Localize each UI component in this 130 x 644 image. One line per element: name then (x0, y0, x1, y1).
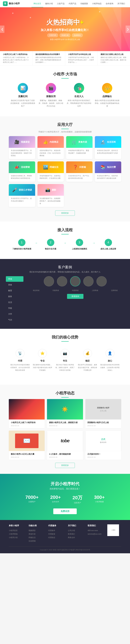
app-name: 问答箱 (79, 166, 86, 168)
nav-link[interactable]: 网站首页 (32, 0, 43, 7)
clients-sidebar-item[interactable]: 大学 (6, 311, 24, 317)
app-hall-desc: 手握百个小程序应用大厅，找寻你需要的，总能找到你的那张牌 (0, 130, 130, 133)
hero-content: 火热招商中+ 加入来客小程序享9亿自然流量红利！ 无需代码快速生成自由组合 新晋… (41, 18, 89, 41)
flow-step-title: 成功上线·上线运营 (95, 248, 121, 250)
footer-link[interactable]: 活动营销 (29, 539, 42, 543)
hero-tags: 无需代码快速生成自由组合 (41, 34, 89, 37)
hero-subtitle: 加入来客小程序享9亿自然流量红利！ (41, 28, 89, 32)
app-card-body: 本地美食外卖配送平台，覆盖周边餐厅，快速配送到家 (66, 148, 92, 156)
app-card[interactable]: 👍 内容商店 优质内容聚合平台，精选各类内容资源，打造一站式内容消费体验 (38, 136, 64, 159)
news-card-meta: 2019-02-16 (11, 425, 43, 426)
app-card[interactable]: 🎤 语音口才培训 专业的语言口才培训平台，提升表达和沟通能力 (9, 184, 35, 207)
app-card[interactable]: 📸 摄影 专业摄影服务平台，连接摄影师和客户，提供高品质拍摄服务 (38, 184, 64, 207)
news-section-title: 小程序动态 (0, 385, 130, 399)
advantages-grid: 📡 代理 我们为合作伙伴提供完整的代理体系，全方位支持代理商的业务发展 ⭐ 专业… (0, 343, 130, 378)
hero-arrow-right[interactable]: ❯ (125, 26, 130, 33)
app-card[interactable]: ❓ 问答箱 互动问答社区平台，用户可以提问和回答各类问题 (66, 162, 92, 182)
news-ticker-item: 最新行业口招聘上线正式上线最新行业口招聘上线正式上线，最新行业口招聘上线正式上线… (98, 51, 130, 66)
client-name: 特惠商城 (65, 289, 85, 292)
market-card-name: 流量红利 (10, 95, 35, 98)
app-card[interactable]: 📣 活动营销 全面的活动营销工具，帮助商家策划和执行各类营销活动 (9, 162, 35, 182)
app-card-body: 全面的活动营销工具，帮助商家策划和执行各类营销活动 (9, 173, 35, 182)
clients-sidebar-item[interactable]: 美食 (6, 282, 24, 288)
app-card[interactable]: 🎥 视频课堂 专业的在线视频教育平台，支持多种课程类型，智能学习管理系统 (9, 136, 35, 159)
clients-demo-btn[interactable]: 查看案例 (67, 294, 83, 299)
news-card[interactable]: ✉️ 微信小程序2.0正式上线大量 2019-02-16 (9, 430, 45, 460)
clients-sidebar-item[interactable]: 教育 (6, 288, 24, 294)
app-name: 同城生活 (50, 166, 58, 168)
news-card-title: 正式版本发布！ (87, 453, 119, 456)
app-icon: ❓ (73, 165, 78, 170)
app-card[interactable]: 📚 知识付费 专业知识付费平台，优质内容创作者和学习者的最佳选择 (95, 162, 121, 182)
advantage-item: 📷 专注 我们专注于微信小程序领域，深耕行业多年，积累了丰富的行业经验 (54, 346, 76, 374)
news-title-text: 小程序动态 (0, 390, 130, 396)
footer-link[interactable]: 视频课堂 (29, 529, 42, 532)
footer-link[interactable]: 代理政策 (48, 532, 62, 536)
app-desc: 全面的活动营销工具，帮助商家策划和执行各类营销活动 (11, 174, 33, 180)
clients-sidebar-item[interactable]: 生活 (6, 300, 24, 305)
nav-link[interactable]: 代理产品 (67, 0, 78, 7)
cta-stat: 7000+ 注册用户 (25, 494, 39, 504)
app-name: 美食外卖 (78, 141, 87, 144)
news-card[interactable]: 西部数码小程序正式上线 西部数码小程序·正式上线 2019-02-16 (85, 399, 121, 428)
market-card: 📊 流量红利 微信9亿月活跃用户提供了优质的流量来源，让您轻松获取精准客户 (9, 80, 37, 110)
footer-link[interactable]: 小程序商场 (9, 532, 23, 536)
news-card[interactable]: ☀️ 搜索小程序正式上线，搜索更方便 2019-02-16 (47, 399, 83, 428)
cta-stat-label: 活跃用户 (72, 502, 82, 504)
news-card-body: 2.1大版本，新功能超来袭 2019-02-16 (47, 451, 83, 460)
app-name: 摄影 (52, 188, 56, 191)
app-name: 内容商店 (50, 141, 58, 144)
market-card-icon: 📊 (18, 83, 28, 93)
ticker-title: 服务器招募渠道合作伙伴招募中 (35, 53, 62, 56)
footer-link[interactable]: 小程序介绍 (9, 536, 23, 539)
footer-link[interactable]: 代理条件 (48, 529, 62, 532)
nav-link[interactable]: 功能更新 (78, 0, 90, 7)
app-desc: 专业摄影服务平台，连接摄影师和客户，提供高品质拍摄服务 (40, 197, 62, 205)
news-ticker-item: 小程序开发平台年终总结上线小程序开发平台年终总结上线，小程序开发平台年终总结上线… (65, 51, 98, 66)
nav-link[interactable]: 小程序动态 (90, 0, 104, 7)
client-name: 上新商城 (85, 289, 105, 292)
client-avatar (96, 276, 107, 286)
news-card-title: 西部数码小程序·正式上线 (87, 421, 119, 424)
nav-link[interactable]: 服务介绍 (43, 0, 55, 7)
footer-link[interactable]: 同城生活 (29, 536, 42, 539)
footer-link[interactable]: 小程序首页 (9, 529, 23, 532)
app-icon: 📸 (45, 188, 50, 192)
app-desc: 专业的语言口才培训平台，提升表达和沟通能力 (11, 197, 33, 202)
nav-link[interactable]: 入驻产品 (55, 0, 67, 7)
app-card[interactable]: 🛒 美食外卖 本地美食外卖配送平台，覆盖周边餐厅，快速配送到家 (66, 136, 92, 159)
news-card[interactable]: tobe 2.1大版本，新功能超来袭 2019-02-16 (47, 430, 83, 460)
market-card-desc: 微信9亿月活跃用户提供了优质的流量来源，让您轻松获取精准客户 (10, 99, 35, 108)
hero-arrow-left[interactable]: ❮ (0, 26, 5, 33)
news-card-img: ✉️ (9, 430, 45, 451)
app-more-link[interactable]: 查看更多 (55, 210, 75, 216)
cta-btn[interactable]: 免费试用 (53, 508, 77, 514)
app-card[interactable]: 🏙️ 同城生活 本地同城服务平台，连接周边商家和居民，打造便利生活圈 (38, 162, 64, 182)
news-card[interactable]: 正式版本发布 正式版本发布！ 2019-02-16 (85, 430, 121, 460)
news-card-meta: 2019-02-16 (11, 456, 43, 458)
app-desc: 本地美食外卖配送平台，覆盖周边餐厅，快速配送到家 (68, 149, 90, 154)
nav-link[interactable]: 合作咨询 (104, 0, 115, 7)
footer-link[interactable]: 联系我们 (68, 532, 82, 536)
clients-sidebar-item[interactable]: 学校 (6, 306, 24, 311)
news-card[interactable]: 小程序正式上线了小程序发布 2019-02-16 (9, 399, 45, 428)
news-card-title: 微信小程序2.0正式上线大量 (11, 453, 43, 456)
footer-link[interactable]: 美食外卖 (29, 532, 42, 536)
app-icon: 🔬 (100, 140, 105, 144)
clients-sidebar-item[interactable]: 商城 (6, 276, 24, 282)
cta-stat-num: 20万 (72, 494, 82, 501)
clients-sidebar-item[interactable]: 气功 (6, 317, 24, 323)
news-more-link[interactable]: 查看更多 (55, 463, 75, 468)
advantage-title: 放心 (100, 360, 120, 362)
advantage-item: 📡 代理 我们为合作伙伴提供完整的代理体系，全方位支持代理商的业务发展 (9, 346, 31, 374)
clients-sidebar-item[interactable]: 政务 (6, 294, 24, 299)
nav-link[interactable]: 关于我们 (115, 0, 127, 7)
footer-link[interactable]: 公司介绍 (68, 529, 82, 532)
news-card-title: 2.1大版本，新功能超来袭 (49, 453, 81, 456)
footer-link[interactable]: 商务合作 (68, 536, 82, 539)
footer-link[interactable]: 代理协议 (48, 536, 62, 539)
app-grid: 🎥 视频课堂 专业的在线视频教育平台，支持多种课程类型，智能学习管理系统 👍 内… (0, 136, 130, 207)
app-card[interactable]: 🔬 生活百科 丰富的生活知识库，提供生活各类实用信息和技能学习内容 (95, 136, 121, 159)
news-card-body: 西部数码小程序·正式上线 2019-02-16 (85, 420, 121, 428)
app-name: 生活百科 (107, 141, 116, 144)
